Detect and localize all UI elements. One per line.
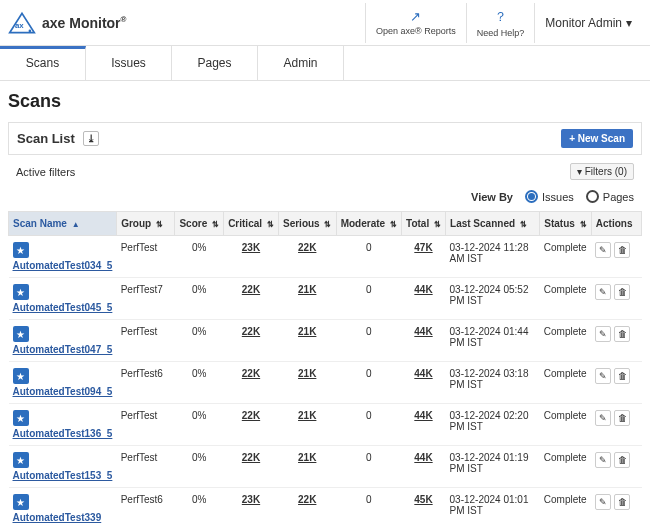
col-scan-name[interactable]: Scan Name ▲	[9, 212, 117, 236]
cell-score: 0%	[175, 320, 224, 362]
critical-link[interactable]: 22K	[242, 326, 260, 337]
favorite-icon[interactable]: ★	[13, 368, 29, 384]
delete-icon[interactable]: 🗑	[614, 410, 630, 426]
serious-link[interactable]: 21K	[298, 368, 316, 379]
col-last-scanned[interactable]: Last Scanned ⇅	[446, 212, 540, 236]
scan-name-link[interactable]: AutomatedTest047_5	[13, 344, 113, 355]
total-link[interactable]: 47K	[414, 242, 432, 253]
critical-link[interactable]: 23K	[242, 494, 260, 505]
download-icon[interactable]: ⤓	[83, 131, 99, 146]
scan-name-link[interactable]: AutomatedTest136_5	[13, 428, 113, 439]
cell-total: 45K	[401, 488, 445, 525]
cell-total: 47K	[401, 236, 445, 278]
serious-link[interactable]: 21K	[298, 410, 316, 421]
cell-group: PerfTest	[117, 236, 175, 278]
delete-icon[interactable]: 🗑	[614, 284, 630, 300]
new-scan-button[interactable]: + New Scan	[561, 129, 633, 148]
cell-actions: ✎🗑	[591, 446, 641, 488]
cell-actions: ✎🗑	[591, 320, 641, 362]
table-row: ★ AutomatedTest094_5 PerfTest6 0% 22K 21…	[9, 362, 642, 404]
help-icon: ？	[494, 8, 507, 26]
total-link[interactable]: 44K	[414, 368, 432, 379]
tab-pages[interactable]: Pages	[172, 46, 258, 80]
scan-name-link[interactable]: AutomatedTest045_5	[13, 302, 113, 313]
edit-icon[interactable]: ✎	[595, 368, 611, 384]
cell-actions: ✎🗑	[591, 362, 641, 404]
cell-score: 0%	[175, 404, 224, 446]
cell-score: 0%	[175, 236, 224, 278]
serious-link[interactable]: 21K	[298, 326, 316, 337]
delete-icon[interactable]: 🗑	[614, 326, 630, 342]
filters-button[interactable]: ▾ Filters (0)	[570, 163, 634, 180]
delete-icon[interactable]: 🗑	[614, 452, 630, 468]
page-title: Scans	[8, 91, 642, 112]
favorite-icon[interactable]: ★	[13, 494, 29, 510]
cell-total: 44K	[401, 362, 445, 404]
edit-icon[interactable]: ✎	[595, 326, 611, 342]
cell-status: Complete	[540, 404, 591, 446]
favorite-icon[interactable]: ★	[13, 410, 29, 426]
edit-icon[interactable]: ✎	[595, 452, 611, 468]
cell-group: PerfTest6	[117, 362, 175, 404]
delete-icon[interactable]: 🗑	[614, 368, 630, 384]
edit-icon[interactable]: ✎	[595, 284, 611, 300]
critical-link[interactable]: 23K	[242, 242, 260, 253]
brand-text: axe Monitor®	[42, 15, 126, 31]
critical-link[interactable]: 22K	[242, 284, 260, 295]
cell-status: Complete	[540, 446, 591, 488]
cell-last-scanned: 03-12-2024 01:44 PM IST	[446, 320, 540, 362]
col-status[interactable]: Status ⇅	[540, 212, 591, 236]
total-link[interactable]: 45K	[414, 494, 432, 505]
serious-link[interactable]: 22K	[298, 242, 316, 253]
favorite-icon[interactable]: ★	[13, 326, 29, 342]
need-help-button[interactable]: ？ Need Help?	[466, 3, 535, 43]
scan-name-link[interactable]: AutomatedTest153_5	[13, 470, 113, 481]
col-group[interactable]: Group ⇅	[117, 212, 175, 236]
edit-icon[interactable]: ✎	[595, 242, 611, 258]
col-critical[interactable]: Critical ⇅	[224, 212, 279, 236]
critical-link[interactable]: 22K	[242, 452, 260, 463]
cell-scan-name: ★ AutomatedTest034_5	[9, 236, 117, 278]
view-by-label: View By	[471, 191, 513, 203]
scan-name-link[interactable]: AutomatedTest094_5	[13, 386, 113, 397]
total-link[interactable]: 44K	[414, 284, 432, 295]
col-score[interactable]: Score ⇅	[175, 212, 224, 236]
radio-circle-icon	[525, 190, 538, 203]
total-link[interactable]: 44K	[414, 410, 432, 421]
sort-icon: ⇅	[156, 220, 163, 229]
serious-link[interactable]: 22K	[298, 494, 316, 505]
scan-name-link[interactable]: AutomatedTest034_5	[13, 260, 113, 271]
serious-link[interactable]: 21K	[298, 452, 316, 463]
open-reports-button[interactable]: ↗ Open axe® Reports	[365, 3, 466, 43]
critical-link[interactable]: 22K	[242, 368, 260, 379]
col-serious[interactable]: Serious ⇅	[278, 212, 336, 236]
cell-moderate: 0	[336, 362, 401, 404]
scan-name-link[interactable]: AutomatedTest339	[13, 512, 113, 523]
edit-icon[interactable]: ✎	[595, 410, 611, 426]
admin-menu[interactable]: Monitor Admin ▾	[534, 3, 642, 43]
total-link[interactable]: 44K	[414, 452, 432, 463]
caret-down-icon: ▾	[626, 16, 632, 30]
total-link[interactable]: 44K	[414, 326, 432, 337]
col-moderate[interactable]: Moderate ⇅	[336, 212, 401, 236]
critical-link[interactable]: 22K	[242, 410, 260, 421]
tab-issues[interactable]: Issues	[86, 46, 172, 80]
tab-scans[interactable]: Scans	[0, 46, 86, 80]
radio-issues[interactable]: Issues	[525, 190, 574, 203]
cell-serious: 21K	[278, 278, 336, 320]
radio-pages[interactable]: Pages	[586, 190, 634, 203]
delete-icon[interactable]: 🗑	[614, 242, 630, 258]
tab-admin[interactable]: Admin	[258, 46, 344, 80]
col-total[interactable]: Total ⇅	[401, 212, 445, 236]
cell-last-scanned: 03-12-2024 01:19 PM IST	[446, 446, 540, 488]
cell-scan-name: ★ AutomatedTest047_5	[9, 320, 117, 362]
cell-scan-name: ★ AutomatedTest153_5	[9, 446, 117, 488]
delete-icon[interactable]: 🗑	[614, 494, 630, 510]
favorite-icon[interactable]: ★	[13, 242, 29, 258]
favorite-icon[interactable]: ★	[13, 452, 29, 468]
table-row: ★ AutomatedTest153_5 PerfTest 0% 22K 21K…	[9, 446, 642, 488]
serious-link[interactable]: 21K	[298, 284, 316, 295]
favorite-icon[interactable]: ★	[13, 284, 29, 300]
edit-icon[interactable]: ✎	[595, 494, 611, 510]
cell-status: Complete	[540, 362, 591, 404]
